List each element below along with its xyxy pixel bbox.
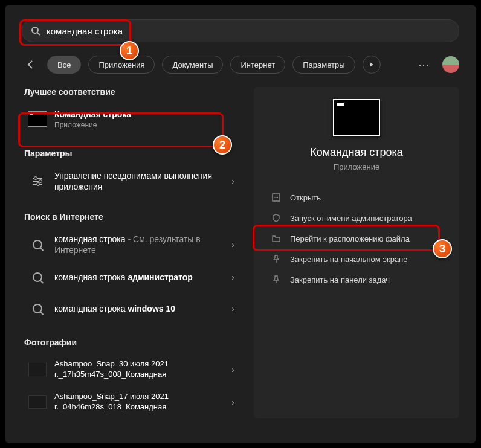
- filter-row: Все Приложения Документы Интернет Параме…: [22, 56, 459, 74]
- more-icon: ⋯: [418, 59, 429, 71]
- chevron-right-icon: ›: [231, 176, 234, 186]
- settings-result-title: Управление псевдонимами выполнения прило…: [54, 170, 224, 192]
- cmd-icon: [28, 111, 47, 127]
- search-input[interactable]: [47, 26, 450, 36]
- section-best-match: Лучшее соответствие: [24, 87, 242, 97]
- sliders-icon: [33, 178, 42, 185]
- section-web: Поиск в Интернете: [24, 212, 242, 222]
- open-icon: [272, 193, 280, 202]
- action-open-location[interactable]: Перейти к расположению файла: [268, 228, 445, 249]
- action-open-label: Открыть: [290, 193, 321, 202]
- image-icon: [28, 363, 47, 376]
- action-pin-taskbar-label: Закрепить на панели задач: [290, 275, 390, 284]
- pin-icon: [272, 255, 280, 263]
- filter-all[interactable]: Все: [47, 56, 81, 74]
- image-icon: [28, 395, 47, 409]
- avatar[interactable]: [442, 56, 459, 73]
- web-result-0[interactable]: командная строка - См. результаты в Инте…: [22, 228, 242, 261]
- search-panel: Все Приложения Документы Интернет Параме…: [5, 5, 476, 443]
- more-button[interactable]: ⋯: [412, 58, 435, 71]
- chevron-right-icon: ›: [231, 365, 234, 374]
- best-match-sub: Приложение: [54, 121, 234, 129]
- settings-result[interactable]: Управление псевдонимами выполнения прило…: [22, 164, 242, 198]
- action-pin-taskbar[interactable]: Закрепить на панели задач: [268, 269, 445, 290]
- filter-more-button[interactable]: [363, 56, 381, 74]
- search-icon: [31, 26, 40, 36]
- web-result-2-title: командная строка windows 10: [54, 303, 224, 314]
- chevron-right-icon: ›: [231, 397, 234, 407]
- search-icon: [33, 240, 42, 249]
- web-result-1-title: командная строка администратор: [54, 272, 224, 283]
- arrow-left-icon: [25, 59, 36, 70]
- section-photos: Фотографии: [24, 338, 242, 347]
- chevron-right-icon: ›: [231, 304, 234, 313]
- filter-apps[interactable]: Приложения: [88, 56, 155, 74]
- photo-result-0[interactable]: Ashampoo_Snap_30 июля 2021 г._17h35m47s_…: [22, 353, 242, 386]
- chevron-right-icon: ›: [231, 272, 234, 282]
- svg-point-0: [32, 27, 38, 33]
- action-location-label: Перейти к расположению файла: [290, 234, 410, 243]
- back-button[interactable]: [22, 56, 40, 74]
- web-result-2[interactable]: командная строка windows 10 ›: [22, 293, 242, 324]
- photo-result-1[interactable]: Ashampoo_Snap_17 июля 2021 г._04h46m28s_…: [22, 386, 242, 418]
- section-settings: Параметры: [24, 149, 242, 158]
- app-large-icon: [333, 99, 380, 136]
- photo-result-0-title: Ashampoo_Snap_30 июля 2021 г._17h35m47s_…: [54, 359, 224, 380]
- best-match-title: Командная строка: [54, 109, 131, 119]
- pin-icon: [272, 275, 280, 284]
- web-result-1[interactable]: командная строка администратор ›: [22, 261, 242, 293]
- action-pin-start-label: Закрепить на начальном экране: [290, 255, 408, 264]
- action-run-as-admin[interactable]: Запуск от имени администратора: [268, 208, 445, 228]
- action-open[interactable]: Открыть: [268, 187, 445, 208]
- filter-internet[interactable]: Интернет: [230, 56, 285, 74]
- results-column: Лучшее соответствие Командная строка При…: [22, 87, 242, 418]
- search-bar[interactable]: [22, 19, 459, 42]
- search-icon: [33, 272, 42, 282]
- search-icon: [33, 304, 42, 313]
- chevron-right-icon: [369, 62, 375, 68]
- action-admin-label: Запуск от имени администратора: [290, 214, 412, 223]
- filter-settings[interactable]: Параметры: [292, 56, 355, 74]
- detail-app-type: Приложение: [334, 162, 379, 171]
- detail-pane: Командная строка Приложение Открыть Запу…: [254, 87, 459, 418]
- folder-icon: [272, 234, 280, 243]
- photo-result-1-title: Ashampoo_Snap_17 июля 2021 г._04h46m28s_…: [54, 392, 224, 412]
- detail-app-name: Командная строка: [310, 146, 403, 159]
- best-match-item[interactable]: Командная строка Приложение: [22, 103, 242, 135]
- svg-line-1: [37, 33, 40, 35]
- filter-documents[interactable]: Документы: [162, 56, 223, 74]
- shield-icon: [272, 214, 280, 222]
- web-result-0-title: командная строка - См. результаты в Инте…: [54, 234, 224, 255]
- chevron-right-icon: ›: [231, 240, 234, 249]
- action-pin-start[interactable]: Закрепить на начальном экране: [268, 249, 445, 269]
